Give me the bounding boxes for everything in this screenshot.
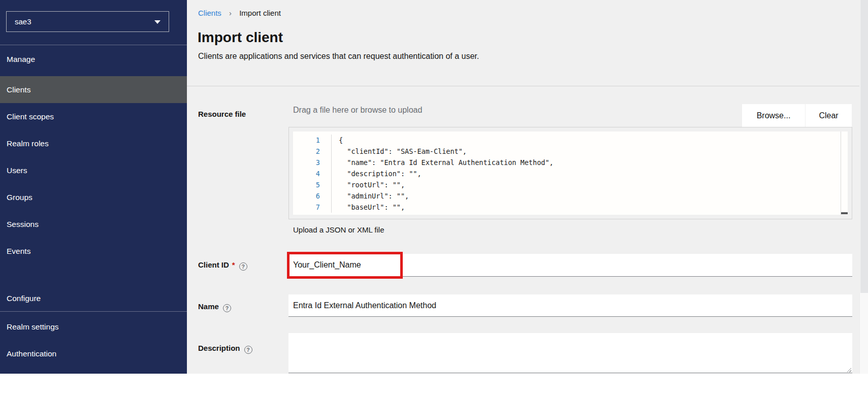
clear-button[interactable]: Clear [806, 104, 852, 127]
realm-name: sae3 [15, 12, 31, 31]
line-number: 6 [293, 190, 332, 202]
sidebar-item-clients[interactable]: Clients [0, 76, 187, 103]
sidebar-item-realm-roles[interactable]: Realm roles [0, 130, 187, 157]
question-circle-icon[interactable]: ? [244, 346, 252, 354]
code-line: 3 "name": "Entra Id External Authenticat… [293, 157, 841, 168]
angle-right-icon: › [229, 9, 232, 17]
file-drop-placeholder: Drag a file here or browse to upload [293, 106, 422, 114]
sidebar-item-events[interactable]: Events [0, 238, 187, 265]
code-lines: 1 { 2 "clientId": "SAS-Eam-Client", 3 "n… [293, 131, 841, 215]
question-circle-icon[interactable]: ? [223, 304, 231, 312]
editor-scrollbar-thumb[interactable] [841, 212, 848, 214]
code-editor[interactable]: 1 { 2 "clientId": "SAS-Eam-Client", 3 "n… [288, 127, 852, 219]
code-line: 4 "description": "", [293, 168, 841, 179]
client-id-input[interactable] [288, 254, 852, 277]
browser-scrollbar-thumb[interactable] [860, 0, 868, 293]
required-asterisk: * [232, 260, 235, 269]
upload-helper-text: Upload a JSON or XML file [293, 225, 384, 234]
name-input[interactable] [288, 294, 852, 317]
page-title: Import client [198, 29, 283, 46]
line-number: 5 [293, 179, 332, 190]
caret-down-icon [154, 20, 160, 24]
line-number: 3 [293, 157, 332, 168]
breadcrumb: Clients › Import client [198, 9, 281, 17]
line-number: 4 [293, 168, 332, 179]
breadcrumb-link-clients[interactable]: Clients [198, 9, 221, 17]
line-number: 2 [293, 146, 332, 157]
realm-selector[interactable]: sae3 [6, 11, 169, 32]
nav-group-manage: Manage [7, 55, 35, 64]
code-line: 7 "baseUrl": "", [293, 202, 841, 213]
sidebar-item-sessions[interactable]: Sessions [0, 211, 187, 238]
sidebar-item-realm-settings[interactable]: Realm settings [0, 313, 187, 340]
breadcrumb-current: Import client [239, 9, 281, 17]
code-editor-viewport: 1 { 2 "clientId": "SAS-Eam-Client", 3 "n… [293, 131, 848, 215]
nav-group-configure: Configure [7, 294, 41, 303]
name-label: Name? [198, 302, 231, 312]
sidebar-item-authentication[interactable]: Authentication [0, 340, 187, 367]
file-drop-zone[interactable]: Drag a file here or browse to upload [293, 106, 422, 115]
editor-scrollbar[interactable] [841, 131, 848, 215]
resource-file-label: Resource file [198, 110, 246, 118]
sidebar-item-client-scopes[interactable]: Client scopes [0, 103, 187, 130]
sidebar-divider [0, 45, 187, 45]
sidebar-item-users[interactable]: Users [0, 157, 187, 184]
code-line: 6 "adminUrl": "", [293, 190, 841, 202]
question-circle-icon[interactable]: ? [239, 262, 247, 271]
sidebar-divider [0, 311, 187, 312]
line-number: 1 [293, 135, 332, 146]
line-number: 7 [293, 202, 332, 213]
screenshot-canvas: sae3 Manage Clients Client scopes Realm … [0, 0, 868, 396]
page-subtitle: Clients are applications and services th… [198, 52, 479, 61]
main-content: Clients › Import client Import client Cl… [187, 0, 859, 374]
header-divider [187, 86, 859, 86]
code-line: 5 "rootUrl": "", [293, 179, 841, 190]
code-line: 1 { [293, 135, 841, 146]
sidebar-item-groups[interactable]: Groups [0, 184, 187, 211]
browse-button[interactable]: Browse... [742, 104, 805, 127]
browser-scrollbar[interactable] [859, 0, 868, 374]
code-line: 2 "clientId": "SAS-Eam-Client", [293, 146, 841, 157]
description-label: Description? [198, 344, 252, 354]
client-id-label: Client ID*? [198, 260, 247, 271]
sidebar: sae3 Manage Clients Client scopes Realm … [0, 0, 187, 374]
description-textarea[interactable] [288, 333, 852, 373]
